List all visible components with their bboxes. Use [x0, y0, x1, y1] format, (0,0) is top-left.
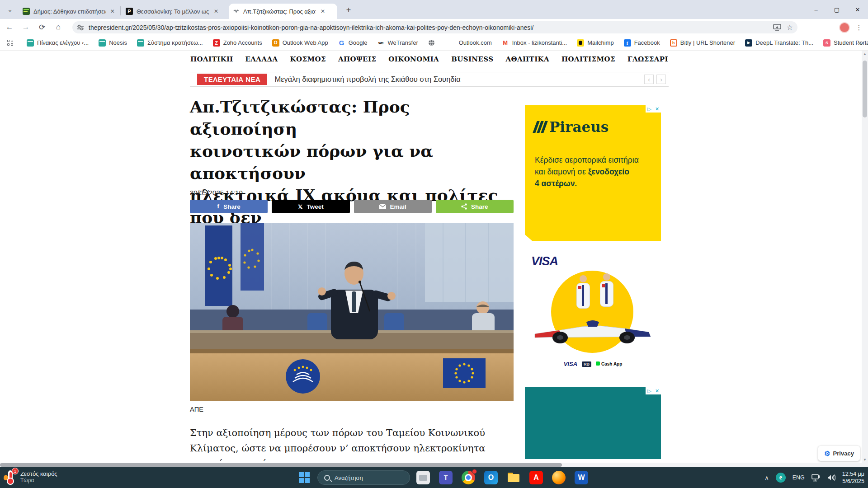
adchoices-icon[interactable]: ▷ [646, 387, 653, 394]
nav-athlitika[interactable]: ΑΘΛΗΤΙΚΑ [505, 55, 549, 63]
site-info-icon[interactable] [77, 24, 84, 31]
privacy-button[interactable]: ⚙ Privacy [818, 446, 860, 461]
tweet-button[interactable]: 𝕏Tweet [272, 200, 349, 213]
bookmark-star-icon[interactable]: ☆ [787, 23, 793, 32]
adchoices-icon[interactable]: ▷ [646, 105, 653, 113]
app-firefox[interactable] [549, 468, 568, 487]
app-file-explorer[interactable] [504, 468, 523, 487]
nav-apopseis[interactable]: ΑΠΟΨΕΙΣ [338, 55, 376, 63]
bookmark-noesis[interactable]: Noesis [99, 39, 127, 47]
tab-separator [120, 6, 121, 15]
acrobat-icon: A [529, 471, 543, 484]
bookmark-facebook[interactable]: fFacebook [624, 39, 660, 47]
bitly-icon: b [670, 39, 677, 47]
maximize-button[interactable]: ▢ [826, 0, 847, 19]
cash-app-logo: Cash App [596, 361, 622, 366]
tab-3-active[interactable]: Απ.Τζιτζικώστας: Προς αξιοποι ✕ [229, 4, 337, 19]
visa-ad[interactable]: VISA VISA RB Cash App [525, 249, 661, 372]
horizontal-scrollbar[interactable] [0, 463, 862, 467]
nav-ellada[interactable]: ΕΛΛΑΔΑ [245, 55, 278, 63]
back-button[interactable]: ← [3, 20, 16, 34]
apps-grid-icon[interactable] [7, 40, 13, 46]
minimize-button[interactable]: – [806, 0, 826, 19]
share-label: Share [223, 203, 241, 210]
app-word[interactable]: W [572, 468, 591, 487]
vertical-scrollbar[interactable]: ▲ ▼ [862, 51, 868, 463]
share-button[interactable]: Share [436, 200, 514, 213]
bookmark-mailchimp[interactable]: Mailchimp [577, 39, 614, 47]
student-portal-icon: S [823, 39, 830, 47]
tab-1[interactable]: Δήμας: Δόθηκαν επιδοτήσεις 8 ✕ [19, 4, 119, 19]
bookmark-systima[interactable]: Σύστημα κρατήσεω... [137, 39, 203, 47]
home-button[interactable]: ⌂ [52, 20, 65, 34]
weather-subtitle: Τώρα [20, 477, 57, 483]
save-page-icon[interactable] [773, 24, 781, 31]
tab-search-button[interactable]: ⌄ [4, 4, 16, 15]
piraeus-logo: Piraeus [535, 119, 609, 135]
bookmark-google[interactable]: GGoogle [338, 39, 368, 47]
bookmark-wetransfer[interactable]: weWeTransfer [377, 39, 418, 47]
language-indicator[interactable]: ENG [793, 474, 805, 481]
tab-2[interactable]: P Θεσσαλονίκη: Το μέλλον ως κο ✕ [122, 4, 226, 19]
taskbar-search[interactable]: Αναζήτηση [317, 470, 410, 485]
nav-oikonomia[interactable]: ΟΙΚΟΝΟΜΙΑ [388, 55, 439, 63]
nav-kosmos[interactable]: ΚΟΣΜΟΣ [290, 55, 326, 63]
start-button[interactable] [295, 468, 314, 487]
bookmark-label: Inbox - lizikonstanti... [512, 39, 567, 46]
new-tab-button[interactable]: + [343, 5, 354, 15]
nav-politiki[interactable]: ΠΟΛΙΤΙΚΗ [190, 55, 233, 63]
profile-avatar[interactable] [839, 22, 850, 33]
scroll-down-icon[interactable]: ▼ [862, 456, 868, 463]
bookmark-globe[interactable] [428, 39, 439, 47]
network-icon[interactable] [811, 474, 821, 482]
ticker-next-button[interactable]: › [656, 75, 666, 84]
ad-line: και διαμονή σε [535, 167, 588, 176]
email-button[interactable]: Email [354, 200, 432, 213]
app-remote-desktop[interactable] [414, 468, 433, 487]
tab-close-icon[interactable]: ✕ [319, 8, 326, 15]
nav-glossari[interactable]: ΓΛΩΣΣΑΡΙ [627, 55, 668, 63]
weather-widget[interactable]: 1 Ζεστός καιρός Τώρα [5, 469, 57, 484]
app-acrobat[interactable]: A [527, 468, 546, 487]
url-text[interactable]: thepresident.gr/2025/05/30/ap-tzitzikost… [89, 24, 769, 31]
bookmark-bitly[interactable]: bBitly | URL Shortener [670, 39, 735, 47]
monitor-icon [416, 471, 430, 484]
tab-close-icon[interactable]: ✕ [109, 8, 116, 15]
tray-chevron-up-icon[interactable]: ∧ [764, 474, 769, 481]
app-chrome[interactable] [459, 468, 478, 487]
speaker-icon[interactable] [827, 474, 835, 481]
tab-close-icon[interactable]: ✕ [212, 8, 220, 15]
nav-politismos[interactable]: ΠΟΛΙΤΙΣΜΟΣ [561, 55, 615, 63]
title-line: Απ.Τζιτζικώστας: Προς αξιοποίηση [190, 96, 515, 140]
piraeus-ad[interactable]: ▷ ✕ Piraeus Κέρδισε αεροπορικά εισιτήρια… [525, 105, 661, 241]
app-outlook[interactable]: O [481, 468, 500, 487]
bookmark-pinakas[interactable]: Πίνακας ελέγχου ‹... [27, 39, 89, 47]
eu-emblem [443, 358, 486, 388]
bookmarks-overflow-icon[interactable]: » [858, 39, 862, 47]
reload-button[interactable]: ⟳ [35, 20, 49, 34]
scroll-up-icon[interactable]: ▲ [862, 51, 868, 57]
app-teams[interactable]: T [436, 468, 455, 487]
ad-close-icon[interactable]: ✕ [653, 105, 661, 113]
ticker-prev-button[interactable]: ‹ [644, 75, 654, 84]
tray-time: 12:54 μμ [842, 470, 864, 478]
bookmark-zoho[interactable]: ZZoho Accounts [213, 39, 262, 47]
bookmark-outlook[interactable]: Outlook.com [448, 39, 492, 47]
vertical-scroll-thumb[interactable] [863, 61, 867, 117]
forward-button[interactable]: → [19, 20, 33, 34]
horizontal-scroll-thumb[interactable] [0, 463, 562, 467]
ad-close-icon[interactable]: ✕ [653, 387, 661, 394]
clock[interactable]: 12:54 μμ 5/6/2025 [842, 470, 864, 485]
address-bar[interactable]: thepresident.gr/2025/05/30/ap-tzitzikost… [72, 21, 797, 33]
browser-menu-icon[interactable]: ⋮ [854, 22, 863, 33]
ticker-headline[interactable]: Μεγάλη διαφημιστική προβολή της Σκιάθου … [274, 75, 644, 84]
bookmark-inbox[interactable]: MInbox - lizikonstanti... [502, 39, 567, 47]
facebook-share-button[interactable]: fShare [190, 200, 268, 213]
tab2-favicon-icon: P [126, 8, 133, 15]
nav-business[interactable]: BUSINESS [451, 55, 493, 63]
eset-icon[interactable]: e [776, 473, 786, 483]
teal-ad[interactable]: ▷ ✕ [525, 387, 661, 459]
bookmark-deepl[interactable]: ▶DeepL Translate: Th... [745, 39, 813, 47]
bookmark-owa[interactable]: OOutlook Web App [272, 39, 328, 47]
close-window-button[interactable]: ✕ [847, 0, 868, 19]
